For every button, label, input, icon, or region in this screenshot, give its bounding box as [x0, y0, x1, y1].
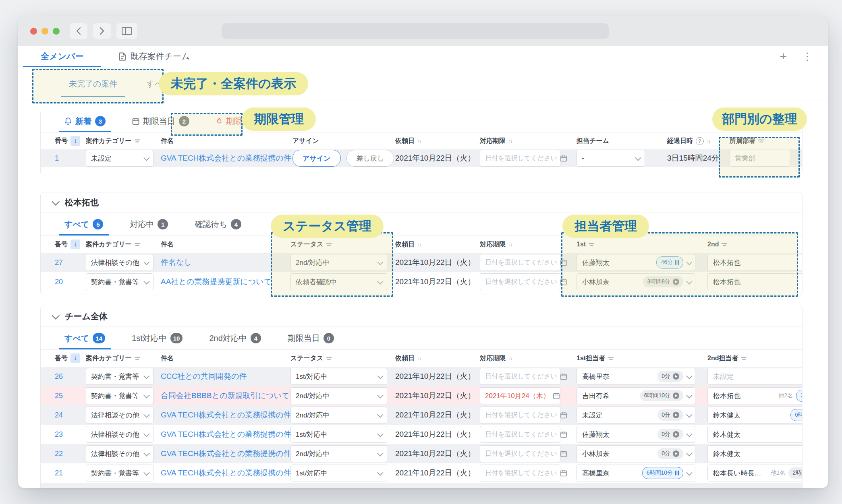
case-title-link[interactable]: GVA TECH株式会社との業務提携の件: [161, 410, 291, 420]
team-select[interactable]: -: [577, 150, 645, 167]
status-select[interactable]: 1st/対応中: [290, 368, 387, 385]
status-select[interactable]: 2nd/対応中: [290, 445, 387, 462]
case-title-link[interactable]: CCC社との共同開発の件: [161, 371, 247, 382]
timer-badge[interactable]: 0分: [657, 371, 683, 382]
timer-badge[interactable]: 3時間8分: [643, 276, 683, 287]
category-select[interactable]: 未設定: [86, 150, 153, 167]
tab-1st-in-progress[interactable]: 1st対応中10: [130, 327, 184, 349]
due-date-input[interactable]: 日付を選択してください: [480, 465, 560, 481]
sort-icon[interactable]: ↑↓: [417, 242, 421, 247]
filter-icon[interactable]: [135, 243, 140, 246]
tab-2nd-in-progress[interactable]: 2nd対応中4: [207, 327, 262, 349]
member-section-header[interactable]: 松本拓也: [41, 192, 802, 213]
filter-icon[interactable]: [326, 243, 332, 246]
team-section-header[interactable]: チーム全体: [41, 306, 802, 327]
sidebar-toggle-button[interactable]: [116, 23, 137, 39]
case-number-link[interactable]: 27: [55, 258, 63, 267]
first-assignee-select[interactable]: 佐藤翔太 46分: [577, 254, 695, 271]
due-date-input[interactable]: 日付を選択してください: [480, 254, 560, 271]
case-number-link[interactable]: 23: [55, 430, 63, 439]
status-select[interactable]: 依頼者確認中: [290, 273, 387, 290]
tab-new-arrivals[interactable]: 新着 3: [63, 110, 107, 132]
filter-icon[interactable]: [589, 243, 594, 246]
case-number-link[interactable]: 25: [55, 392, 63, 400]
filter-icon[interactable]: [758, 140, 764, 143]
filter-icon[interactable]: [722, 243, 727, 246]
case-number-link[interactable]: 22: [55, 450, 63, 458]
first-assignee-select[interactable]: 小林加奈 0分: [577, 445, 695, 462]
second-assignee-select[interactable]: 松本拓也: [707, 254, 803, 271]
more-menu-button[interactable]: ⋮: [802, 50, 813, 62]
category-select[interactable]: 契約書・覚書等: [86, 465, 153, 481]
tab-due-today[interactable]: 期限当日0: [286, 327, 336, 349]
assign-button[interactable]: アサイン: [292, 150, 341, 167]
forward-button[interactable]: [93, 23, 111, 39]
timer-badge[interactable]: 0分: [657, 429, 683, 440]
second-assignee-select[interactable]: 鈴木健太: [707, 426, 803, 443]
add-button[interactable]: +: [780, 50, 787, 62]
timer-badge[interactable]: 46分: [656, 256, 683, 269]
tab-incomplete-cases[interactable]: 未完了の案件: [66, 67, 120, 101]
timer-badge[interactable]: 0分: [657, 448, 683, 459]
category-select[interactable]: 法律相談その他: [86, 426, 153, 443]
first-assignee-select[interactable]: 高橋里奈 6時間10分: [577, 465, 695, 481]
case-number-link[interactable]: 26: [55, 372, 63, 381]
due-date-input[interactable]: 日付を選択してください: [480, 150, 560, 167]
tab-all-members[interactable]: 全メンバー: [23, 46, 101, 67]
tab-in-progress[interactable]: 対応中1: [128, 213, 170, 235]
case-title-link[interactable]: 合同会社BBBBとの新規取引について: [161, 390, 289, 401]
case-number-link[interactable]: 24: [55, 411, 63, 419]
second-assignee-select[interactable]: 鈴木健太 6時間: [707, 407, 803, 423]
sort-desc-icon[interactable]: ↓: [71, 240, 80, 249]
category-select[interactable]: 法律相談その他: [86, 407, 153, 423]
tab-due-today[interactable]: 期限当日 2: [131, 110, 191, 132]
close-window-button[interactable]: [30, 28, 37, 35]
due-date-input[interactable]: 日付を選択してください: [480, 273, 560, 290]
due-date-input[interactable]: 2021年10月24（木）: [480, 387, 560, 404]
filter-icon[interactable]: [741, 357, 747, 360]
first-assignee-select[interactable]: 高橋里奈 0分: [577, 368, 695, 385]
first-assignee-select[interactable]: 小林加奈 3時間8分: [577, 273, 695, 290]
due-date-input[interactable]: 日付を選択してください: [480, 445, 560, 462]
first-assignee-select[interactable]: 未設定 0分: [577, 407, 695, 423]
status-select[interactable]: 1st/対応中: [290, 426, 387, 443]
due-date-input[interactable]: 日付を選択してください: [480, 426, 560, 443]
filter-icon[interactable]: [135, 357, 140, 360]
category-select[interactable]: 契約書・覚書等: [86, 273, 153, 290]
first-assignee-select[interactable]: 佐藤翔太 0分: [577, 426, 695, 443]
category-select[interactable]: 契約書・覚書等: [86, 368, 153, 385]
tab-existing-case-team[interactable]: 既存案件チーム: [101, 46, 207, 67]
tab-waiting-confirmation[interactable]: 確認待ち4: [193, 213, 243, 235]
case-title-link[interactable]: GVA TECH株式会社との業務提携の件: [161, 448, 291, 459]
case-title-link[interactable]: GVA TECH株式会社との業務提携の件: [161, 429, 291, 440]
second-assignee-select[interactable]: 鈴木健太: [707, 445, 803, 462]
timer-badge[interactable]: 6時間10分: [640, 390, 683, 401]
status-select[interactable]: 2nd/対応中: [290, 407, 387, 423]
sort-icon[interactable]: ↑↓: [707, 138, 710, 144]
filter-icon[interactable]: [326, 357, 332, 360]
second-assignee-select[interactable]: 松本拓也 他2名 3時: [707, 387, 803, 404]
category-select[interactable]: 法律相談その他: [86, 445, 153, 462]
sort-desc-icon[interactable]: ↓: [71, 136, 80, 146]
case-title-link[interactable]: GVA TECH株式会社との業務提携の件: [161, 468, 291, 478]
first-assignee-select[interactable]: 吉田有希 6時間10分: [577, 387, 695, 404]
category-select[interactable]: 法律相談その他: [86, 254, 153, 271]
status-select[interactable]: 2nd/対応中: [290, 387, 387, 404]
sort-icon[interactable]: ↑↓: [417, 355, 421, 361]
second-assignee-select[interactable]: 未設定: [707, 368, 803, 385]
sort-icon[interactable]: ↑↓: [508, 242, 512, 247]
case-number-link[interactable]: 20: [55, 278, 63, 286]
due-date-input[interactable]: 日付を選択してください: [480, 407, 560, 423]
back-button[interactable]: [70, 23, 87, 39]
zoom-window-button[interactable]: [53, 28, 60, 35]
minimize-window-button[interactable]: [41, 28, 48, 35]
filter-icon[interactable]: [135, 140, 140, 143]
tab-all[interactable]: すべて5: [63, 213, 105, 235]
sort-desc-icon[interactable]: ↓: [71, 353, 80, 363]
case-title-link[interactable]: AA社との業務提携更新について: [161, 277, 272, 287]
url-bar[interactable]: [222, 23, 609, 39]
timer-badge[interactable]: 6時間: [790, 409, 803, 421]
category-select[interactable]: 契約書・覚書等: [86, 387, 153, 404]
timer-badge[interactable]: 6時間10分: [642, 467, 683, 479]
case-title-link[interactable]: GVA TECH株式会社との業務提携の件: [161, 153, 291, 163]
